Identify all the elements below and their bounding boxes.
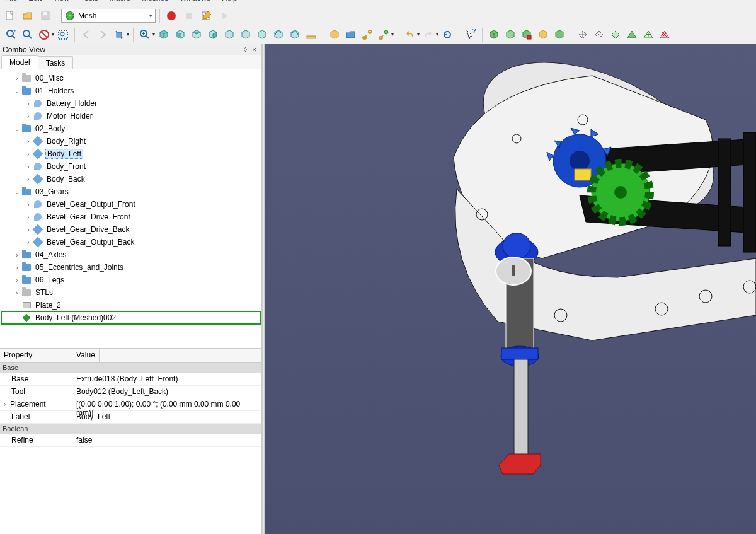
tree-item[interactable]: ›Body_Back [1, 173, 260, 185]
macro-stop-button[interactable] [181, 8, 197, 23]
expand-toggle[interactable]: ⌄ [13, 125, 21, 132]
mesh-remove-button[interactable] [657, 27, 672, 42]
view-iso-button[interactable] [156, 27, 171, 42]
tab-model[interactable]: Model [1, 55, 38, 69]
view-rotate-ccw-button[interactable] [287, 27, 302, 42]
expand-toggle[interactable]: › [24, 163, 33, 170]
group-button[interactable] [343, 27, 358, 42]
tree-item[interactable]: ›00_Misc [1, 72, 260, 84]
pin-icon[interactable]: ◊ [241, 46, 249, 53]
dropdown-arrow-icon[interactable]: ▾ [417, 32, 420, 37]
nav-fwd-button[interactable] [95, 27, 110, 42]
macro-edit-button[interactable] [199, 8, 214, 23]
property-value[interactable]: Body012 (Body_Left_Back) [72, 386, 261, 398]
zoom-in-button[interactable] [137, 27, 152, 42]
link-make-button[interactable] [360, 27, 375, 42]
mesh-harmonize-button[interactable] [575, 27, 590, 42]
expand-toggle[interactable]: › [13, 75, 21, 82]
model-tree[interactable]: ›00_Misc⌄01_Holders›Battery_Holder›Motor… [0, 69, 261, 348]
view-rear-button[interactable] [222, 27, 237, 42]
tree-item[interactable]: Plate_2 [1, 299, 260, 311]
mesh-add-tri-button[interactable]: + [641, 27, 656, 42]
property-value[interactable]: false [72, 434, 261, 446]
menu-macro[interactable]: Macro [110, 0, 130, 3]
menu-windows[interactable]: Windows [180, 0, 210, 3]
dropdown-arrow-icon[interactable]: ▾ [436, 32, 438, 37]
mesh-export-button[interactable] [503, 27, 518, 42]
expand-toggle[interactable]: › [13, 277, 21, 284]
whatsthis-button[interactable]: ? [463, 27, 478, 42]
expand-toggle[interactable]: › [24, 176, 33, 183]
refresh-button[interactable] [440, 27, 455, 42]
zoom-fit-button[interactable] [4, 27, 19, 42]
tree-item[interactable]: Body_Left (Meshed)002 [1, 311, 260, 324]
tree-item[interactable]: ›Battery_Holder [1, 97, 260, 110]
dropdown-arrow-icon[interactable]: ▾ [152, 32, 155, 37]
tree-item[interactable]: ›Bevel_Gear_Drive_Front [1, 211, 260, 223]
expand-toggle[interactable]: › [13, 252, 21, 258]
menu-tools[interactable]: Tools [81, 0, 98, 3]
expand-toggle[interactable]: › [13, 289, 21, 296]
link-actions-button[interactable] [376, 27, 391, 42]
property-row[interactable]: ›Placement[(0.00 0.00 1.00); 0.00 °; (0.… [0, 398, 261, 411]
mesh-close-hole-button[interactable] [624, 27, 639, 42]
expand-toggle[interactable]: ⌄ [13, 88, 21, 95]
bounding-box-button[interactable] [55, 27, 71, 42]
tree-item[interactable]: ›06_Legs [1, 274, 260, 286]
close-icon[interactable]: × [249, 45, 259, 54]
view-left-button[interactable] [255, 27, 270, 42]
view-top-button[interactable] [189, 27, 204, 42]
col-value[interactable]: Value [72, 349, 100, 362]
dropdown-arrow-icon[interactable]: ▾ [52, 32, 54, 37]
expand-toggle[interactable]: › [24, 239, 33, 246]
mesh-from-shape-button[interactable] [519, 27, 534, 42]
col-property[interactable]: Property [0, 349, 72, 362]
property-row[interactable]: BaseExtrude018 (Body_Left_Front) [0, 373, 261, 386]
new-doc-button[interactable] [3, 8, 18, 23]
mesh-fill-button[interactable] [608, 27, 623, 42]
mesh-import-button[interactable] [486, 27, 501, 42]
expand-toggle[interactable]: › [4, 401, 10, 408]
tree-item[interactable]: ›Body_Front [1, 160, 260, 173]
tree-item[interactable]: ›Body_Left [1, 148, 260, 160]
open-doc-button[interactable] [20, 8, 35, 23]
mesh-cube-button[interactable] [552, 27, 567, 42]
property-value[interactable]: Body_Left [72, 411, 261, 423]
expand-toggle[interactable]: › [24, 201, 33, 208]
expand-toggle[interactable]: ⌄ [13, 189, 21, 195]
expand-toggle[interactable]: › [24, 138, 33, 145]
expand-toggle[interactable]: › [24, 113, 33, 120]
menu-help[interactable]: Help [222, 0, 238, 3]
tree-item[interactable]: ›Motor_Holder [1, 110, 260, 122]
tree-item[interactable]: ›04_Axles [1, 248, 260, 261]
part-make-button[interactable] [327, 27, 342, 42]
expand-toggle[interactable]: › [24, 151, 33, 158]
3d-viewport[interactable] [265, 44, 756, 534]
link-sync-button[interactable] [112, 27, 127, 42]
expand-toggle[interactable]: › [24, 100, 33, 107]
zoom-selection-button[interactable] [20, 27, 35, 42]
mesh-flip-button[interactable] [592, 27, 607, 42]
property-row[interactable]: ToolBody012 (Body_Left_Back) [0, 386, 261, 398]
view-rotate-cw-button[interactable] [271, 27, 286, 42]
tree-item[interactable]: ⌄02_Body [1, 122, 260, 135]
undo-button[interactable] [402, 27, 417, 42]
tree-item[interactable]: ›Bevel_Gear_Output_Front [1, 198, 260, 211]
property-value[interactable]: [(0.00 0.00 1.00); 0.00 °; (0.00 mm 0.00… [72, 398, 261, 410]
property-row[interactable]: Refinefalse [0, 434, 261, 447]
tree-item[interactable]: ›STLs [1, 286, 260, 299]
expand-toggle[interactable]: › [24, 214, 33, 221]
macro-record-button[interactable] [164, 8, 179, 23]
expand-toggle[interactable]: › [13, 264, 21, 271]
tree-item[interactable]: ⌄03_Gears [1, 185, 260, 198]
nav-back-button[interactable] [79, 27, 94, 42]
tree-item[interactable]: ›Body_Right [1, 135, 260, 148]
tree-item[interactable]: ›Bevel_Gear_Output_Back [1, 236, 260, 248]
property-row[interactable]: LabelBody_Left [0, 411, 261, 424]
tree-item[interactable]: ›Bevel_Gear_Drive_Back [1, 223, 260, 236]
redo-button[interactable] [421, 27, 436, 42]
menu-view[interactable]: View [53, 0, 69, 3]
menu-edit[interactable]: Edit [28, 0, 42, 3]
menu-file[interactable]: File [5, 0, 17, 3]
menu-meshes[interactable]: Meshes [142, 0, 168, 3]
